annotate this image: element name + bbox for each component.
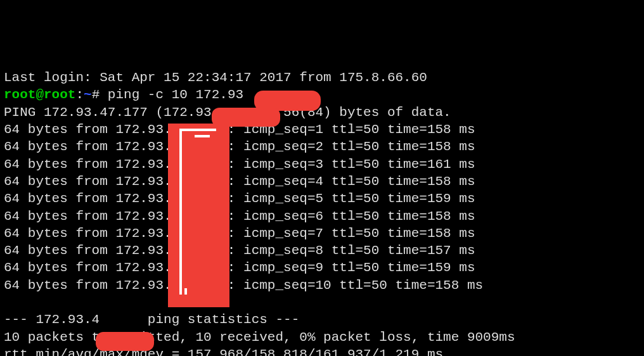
prompt-sep: : [75,87,84,102]
command-text: ping -c 10 172.93 [108,87,243,102]
ping-reply-line: 64 bytes from 172.93. : icmp_seq=5 ttl=5… [4,191,475,206]
redaction-box [96,332,154,351]
ping-reply-line: 64 bytes from 172.93. : icmp_seq=6 ttl=5… [4,209,475,224]
ping-reply-line: 64 bytes from 172.93. : icmp_seq=8 ttl=5… [4,243,475,258]
prompt-end: # [92,87,108,102]
stats-rtt-line: rtt min/avg/max/mdev = 157.968/158.818/1… [4,347,443,356]
ping-reply-line: 64 bytes from 172.93. : icmp_seq=4 ttl=5… [4,174,475,189]
terminal-output[interactable]: Last login: Sat Apr 15 22:34:17 2017 fro… [0,69,644,356]
ping-reply-line: 64 bytes from 172.93. : icmp_seq=10 ttl=… [4,278,483,293]
ping-reply-line: 64 bytes from 172.93. : icmp_seq=9 ttl=5… [4,260,475,275]
stats-header-line: --- 172.93.4 ping statistics --- [4,312,299,327]
ping-reply-line: 64 bytes from 172.93. : icmp_seq=3 ttl=5… [4,157,475,172]
prompt-path: ~ [84,87,92,102]
stats-summary-line: 10 packets transmitted, 10 received, 0% … [4,330,515,345]
ping-reply-line: 64 bytes from 172.93. : icmp_seq=7 ttl=5… [4,226,475,241]
ping-reply-line: 64 bytes from 172.93. : icmp_seq=2 ttl=5… [4,139,475,154]
last-login-line: Last login: Sat Apr 15 22:34:17 2017 fro… [4,70,427,85]
prompt-user-host: root@root [4,87,75,102]
redaction-box [168,124,229,307]
